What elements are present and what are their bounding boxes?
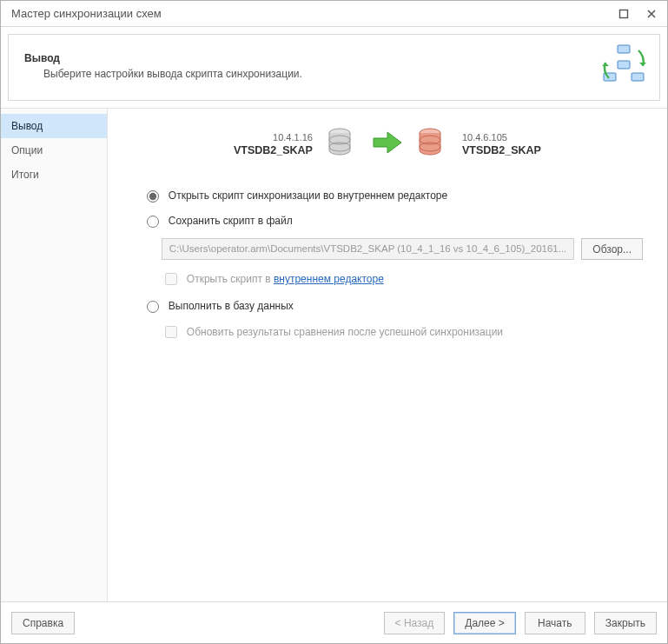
window-controls bbox=[617, 7, 658, 21]
window-title: Мастер синхронизации схем bbox=[11, 7, 617, 20]
database-icon bbox=[327, 128, 358, 160]
wizard-window: Мастер синхронизации схем Вывод Выберите… bbox=[0, 0, 668, 644]
footer: Справка < Назад Далее > Начать Закрыть bbox=[1, 601, 667, 643]
svg-marker-6 bbox=[602, 63, 609, 66]
help-button[interactable]: Справка bbox=[11, 612, 75, 634]
radio-input[interactable] bbox=[147, 216, 159, 228]
database-icon bbox=[417, 128, 448, 160]
sidebar-item-label: Вывод bbox=[11, 120, 43, 132]
radio-label: Сохранить скрипт в файл bbox=[169, 215, 293, 227]
output-options: Открыть скрипт синхронизации во внутренн… bbox=[142, 188, 643, 341]
source-db-name: VTSDB2_SKAP bbox=[191, 144, 313, 156]
open-script-row: Открыть скрипт в внутреннем редакторе bbox=[162, 270, 643, 288]
sidebar-item-label: Итоги bbox=[11, 169, 39, 181]
svg-marker-10 bbox=[374, 132, 401, 153]
radio-execute[interactable]: Выполнить в базу данных bbox=[142, 298, 643, 313]
svg-rect-4 bbox=[618, 61, 630, 69]
svg-rect-1 bbox=[618, 45, 630, 53]
target-db-ip: 10.4.6.105 bbox=[462, 132, 584, 143]
radio-label: Открыть скрипт синхронизации во внутренн… bbox=[169, 189, 447, 202]
content-area: 10.4.1.16 VTSDB2_SKAP bbox=[108, 109, 667, 601]
file-path-input[interactable]: C:\Users\operator.arm\Documents\VTSDB2_S… bbox=[162, 238, 575, 260]
close-icon bbox=[646, 9, 657, 19]
open-script-checkbox bbox=[165, 273, 177, 285]
back-button[interactable]: < Назад bbox=[384, 612, 446, 634]
close-dialog-button[interactable]: Закрыть bbox=[594, 612, 657, 634]
update-results-row: Обновить результаты сравнения после успе… bbox=[162, 323, 643, 341]
radio-save-file[interactable]: Сохранить скрипт в файл bbox=[142, 213, 643, 228]
sidebar: Вывод Опции Итоги bbox=[1, 109, 108, 601]
svg-rect-0 bbox=[620, 10, 628, 17]
header-text: Вывод Выберите настройки вывода скрипта … bbox=[19, 52, 590, 80]
file-path-row: C:\Users\operator.arm\Documents\VTSDB2_S… bbox=[162, 238, 643, 260]
update-results-label: Обновить результаты сравнения после успе… bbox=[187, 326, 503, 338]
sidebar-item-label: Опции bbox=[11, 144, 43, 156]
maximize-button[interactable] bbox=[617, 7, 631, 21]
radio-input[interactable] bbox=[147, 190, 159, 202]
open-script-label: Открыть скрипт в внутреннем редакторе bbox=[187, 273, 384, 285]
header-title: Вывод bbox=[24, 52, 590, 64]
start-button[interactable]: Начать bbox=[525, 612, 585, 634]
close-button[interactable] bbox=[645, 7, 658, 21]
browse-button[interactable]: Обзор... bbox=[581, 238, 643, 260]
svg-marker-5 bbox=[639, 63, 646, 66]
body: Вывод Опции Итоги 10.4.1.16 VTSDB2_SKAP bbox=[1, 108, 667, 601]
svg-rect-3 bbox=[632, 73, 644, 81]
target-db-name: VTSDB2_SKAP bbox=[462, 144, 584, 156]
radio-label: Выполнить в базу данных bbox=[169, 300, 294, 312]
header-panel: Вывод Выберите настройки вывода скрипта … bbox=[8, 34, 660, 101]
internal-editor-link[interactable]: внутреннем редакторе bbox=[274, 273, 384, 285]
sidebar-item-output[interactable]: Вывод bbox=[1, 114, 107, 138]
database-sync-row: 10.4.1.16 VTSDB2_SKAP bbox=[118, 128, 657, 160]
radio-input[interactable] bbox=[147, 301, 159, 313]
sidebar-item-summary[interactable]: Итоги bbox=[1, 163, 107, 187]
header-subtitle: Выберите настройки вывода скрипта синхро… bbox=[43, 68, 590, 80]
target-db: 10.4.6.105 VTSDB2_SKAP bbox=[462, 132, 584, 156]
source-db-ip: 10.4.1.16 bbox=[191, 132, 313, 143]
sync-diagram-icon bbox=[600, 43, 649, 88]
next-button[interactable]: Далее > bbox=[453, 612, 516, 634]
titlebar: Мастер синхронизации схем bbox=[1, 1, 667, 27]
arrow-icon bbox=[372, 129, 403, 158]
update-results-checkbox bbox=[165, 326, 177, 338]
source-db: 10.4.1.16 VTSDB2_SKAP bbox=[191, 132, 313, 156]
maximize-icon bbox=[618, 9, 629, 19]
sidebar-item-options[interactable]: Опции bbox=[1, 138, 107, 163]
open-script-text: Открыть скрипт в bbox=[187, 273, 274, 285]
radio-open-internal[interactable]: Открыть скрипт синхронизации во внутренн… bbox=[142, 188, 643, 202]
